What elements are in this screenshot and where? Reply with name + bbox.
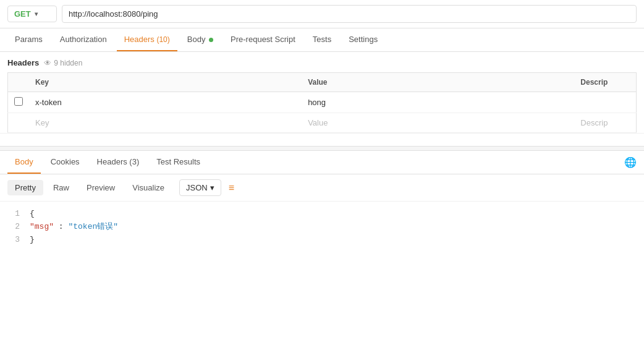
headers-title-row: Headers 👁 9 hidden — [7, 58, 637, 67]
hidden-count: 9 hidden — [54, 59, 82, 67]
json-key: "msg" — [30, 222, 54, 231]
format-tab-pretty[interactable]: Pretty — [7, 180, 43, 195]
line-num-2: 2 — [7, 221, 20, 234]
body-dot — [209, 38, 213, 42]
desc-col-header: Descrip — [574, 73, 636, 92]
code-brace-close: } — [30, 234, 35, 247]
line-num-1: 1 — [7, 208, 20, 221]
tab-params[interactable]: Params — [7, 28, 50, 51]
tab-settings[interactable]: Settings — [341, 28, 385, 51]
url-bar: GET ▾ — [0, 0, 644, 28]
eye-icon: 👁 — [44, 59, 51, 67]
desc-placeholder[interactable]: Descrip — [574, 113, 636, 133]
response-tab-test-results[interactable]: Test Results — [149, 151, 208, 174]
code-line-3: 3 } — [7, 234, 637, 247]
table-row-placeholder: Key Value Descrip — [8, 113, 637, 133]
checkbox-col-header — [8, 73, 30, 92]
table-row: x-token hong — [8, 92, 637, 113]
section-divider — [0, 146, 644, 151]
value-placeholder[interactable]: Value — [302, 113, 574, 133]
format-value: JSON — [186, 183, 208, 192]
value-cell[interactable]: hong — [302, 92, 574, 113]
key-col-header: Key — [29, 73, 302, 92]
row-checkbox-cell — [8, 92, 30, 113]
format-selector[interactable]: JSON ▾ — [179, 179, 221, 196]
headers-section: Headers 👁 9 hidden Key Value Descrip x-t… — [0, 52, 644, 134]
chevron-icon: ▾ — [35, 11, 38, 17]
headers-badge: (10) — [156, 35, 169, 44]
hidden-badge[interactable]: 👁 9 hidden — [44, 59, 82, 67]
tab-headers[interactable]: Headers (10) — [117, 28, 177, 51]
headers-section-label: Headers — [7, 58, 39, 67]
code-line-1: 1 { — [7, 208, 637, 221]
json-value: "token错误" — [68, 222, 118, 231]
code-key-value: "msg" : "token错误" — [30, 221, 118, 234]
key-placeholder[interactable]: Key — [29, 113, 302, 133]
tab-pre-request-script[interactable]: Pre-request Script — [223, 28, 303, 51]
code-brace-open: { — [30, 208, 35, 221]
placeholder-checkbox-cell — [8, 113, 30, 133]
method-label: GET — [14, 9, 31, 19]
code-line-2: 2 "msg" : "token错误" — [7, 221, 637, 234]
desc-cell[interactable] — [574, 92, 636, 113]
headers-table: Key Value Descrip x-token hong Key Value… — [7, 72, 637, 133]
globe-icon: 🌐 — [624, 156, 637, 168]
response-tab-headers[interactable]: Headers (3) — [90, 151, 147, 174]
format-tabs: Pretty Raw Preview Visualize JSON ▾ ≡ — [0, 174, 644, 202]
format-chevron: ▾ — [210, 183, 214, 192]
tab-authorization[interactable]: Authorization — [53, 28, 114, 51]
code-area: 1 { 2 "msg" : "token错误" 3 } — [0, 202, 644, 252]
response-right-controls: 🌐 — [624, 156, 637, 168]
format-tab-preview[interactable]: Preview — [79, 180, 122, 195]
request-tabs: Params Authorization Headers (10) Body P… — [0, 28, 644, 52]
response-tab-cookies[interactable]: Cookies — [43, 151, 87, 174]
table-header-row: Key Value Descrip — [8, 73, 637, 92]
wrap-button[interactable]: ≡ — [224, 180, 239, 196]
response-tab-body[interactable]: Body — [7, 151, 41, 174]
line-num-3: 3 — [7, 234, 20, 247]
json-colon: : — [59, 222, 69, 231]
key-cell[interactable]: x-token — [29, 92, 302, 113]
response-tabs: Body Cookies Headers (3) Test Results 🌐 — [0, 151, 644, 174]
url-input[interactable] — [62, 5, 637, 23]
format-tab-visualize[interactable]: Visualize — [125, 180, 172, 195]
format-tab-raw[interactable]: Raw — [46, 180, 77, 195]
tab-tests[interactable]: Tests — [305, 28, 339, 51]
method-selector[interactable]: GET ▾ — [7, 6, 57, 22]
tab-body[interactable]: Body — [180, 28, 221, 51]
row-checkbox[interactable] — [14, 97, 23, 106]
value-col-header: Value — [302, 73, 574, 92]
